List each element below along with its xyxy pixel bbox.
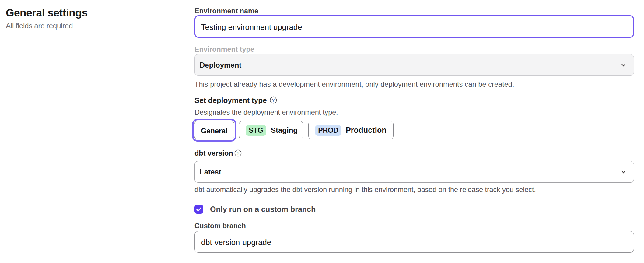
svg-text:?: ? [237,151,239,156]
svg-text:?: ? [272,98,275,103]
